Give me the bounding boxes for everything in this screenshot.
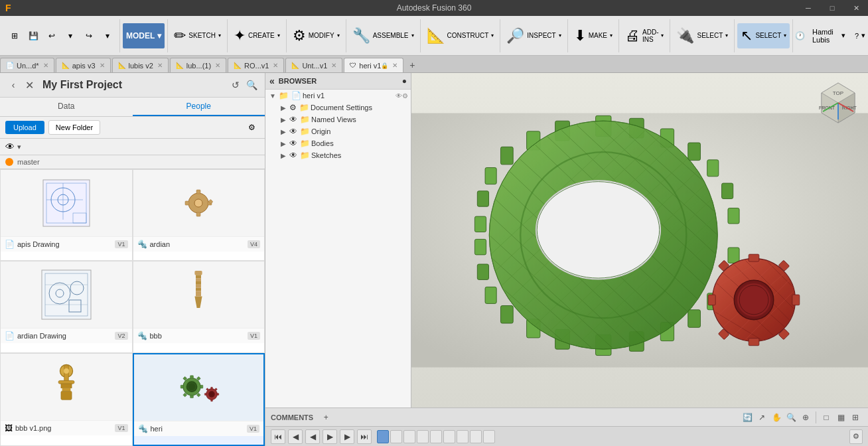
insert-button[interactable]: ⬇ MAKE ▾	[571, 23, 616, 48]
grid-button[interactable]: ⊞	[848, 410, 863, 425]
timeline-slot-3[interactable]	[403, 430, 415, 443]
sketch-button[interactable]: ✏ SKETCH ▾	[171, 23, 224, 48]
panel-back-button[interactable]: ‹	[5, 77, 21, 93]
tree-root[interactable]: ▼ 📁 📄 heri v1 👁 ⚙	[265, 90, 411, 102]
user-menu-button[interactable]: Hamdi Lubis ▾	[809, 23, 849, 48]
browser-collapse-button[interactable]: «	[269, 76, 275, 86]
tab-lub-1[interactable]: 📐 lub...(1) ✕	[170, 58, 226, 72]
sketch-arrow[interactable]: ▾	[218, 33, 221, 38]
file-item-bbb-png[interactable]: 🖼 bbb v1.png V1	[0, 353, 133, 446]
browser-expand-button[interactable]: ●	[402, 76, 407, 86]
construct-arrow[interactable]: ▾	[491, 33, 494, 38]
file-item-apis-drawing[interactable]: 📄 apis Drawing V1	[0, 169, 133, 261]
history-button[interactable]: 🕐	[793, 27, 806, 45]
tab-close-lubis-v2[interactable]: ✕	[157, 62, 163, 69]
grid-view-button[interactable]: ⊞	[5, 27, 24, 45]
tree-doc-settings[interactable]: ▶ ⚙ 📁 Document Settings	[265, 102, 411, 113]
create-button[interactable]: ✦ CREATE ▾	[230, 23, 283, 48]
pan-button[interactable]: ✋	[769, 410, 784, 425]
tab-close-apis[interactable]: ✕	[100, 62, 105, 69]
timeline-slot-6[interactable]	[443, 430, 455, 443]
assemble-arrow[interactable]: ▾	[411, 33, 414, 38]
tab-close-ro[interactable]: ✕	[273, 62, 278, 69]
create-arrow[interactable]: ▾	[277, 33, 280, 38]
select-button[interactable]: ↖ SELECT ▾	[737, 23, 790, 48]
tree-sketches[interactable]: ▶ 👁 📁 Sketches	[265, 149, 411, 161]
timeline-end-button[interactable]: ⏭	[357, 429, 372, 444]
inspect-arrow[interactable]: ▾	[559, 33, 561, 38]
tab-heri-v1[interactable]: 🛡 heri v1 🔒 ✕	[344, 58, 403, 72]
timeline-slot-5[interactable]	[430, 430, 442, 443]
timeline-play-back-button[interactable]: ◀	[305, 429, 320, 444]
help-button[interactable]: ? ▾	[851, 23, 868, 48]
tab-lubis-v2[interactable]: 📐 lubis v2 ✕	[112, 58, 169, 72]
visual-style-button[interactable]: ▦	[833, 410, 848, 425]
new-folder-button[interactable]: New Folder	[48, 120, 100, 135]
redo-button[interactable]: ↪	[80, 27, 98, 45]
modify-button[interactable]: ⚙ MODIFY ▾	[289, 23, 343, 48]
add-comment-button[interactable]: +	[319, 410, 333, 425]
panel-close-button[interactable]: ✕	[21, 77, 37, 93]
insert-arrow[interactable]: ▾	[610, 33, 613, 38]
timeline-slot-2[interactable]	[390, 430, 402, 443]
timeline-next-button[interactable]: ▶	[340, 429, 354, 444]
timeline-start-button[interactable]: ⏮	[271, 429, 285, 444]
tab-close-lub-1[interactable]: ✕	[215, 62, 220, 69]
tab-un-d[interactable]: 📄 Un...d* ✕	[0, 58, 54, 72]
tab-close-unt[interactable]: ✕	[331, 62, 336, 69]
file-item-heri[interactable]: 🔩 heri V1	[133, 353, 265, 446]
addins-arrow[interactable]: ▾	[725, 33, 728, 38]
tree-root-eye-icon[interactable]: 👁	[396, 92, 402, 100]
tree-named-views[interactable]: ▶ 👁 📁 Named Views	[265, 113, 411, 125]
display-mode-button[interactable]: □	[819, 410, 833, 425]
save-button[interactable]: 💾	[24, 27, 42, 45]
tab-close-heri[interactable]: ✕	[392, 62, 398, 69]
undo-dropdown[interactable]: ▾	[61, 27, 80, 45]
file-item-ardian[interactable]: 🔩 ardian V4	[133, 169, 265, 261]
tab-apis-v3[interactable]: 📐 apis v3 ✕	[56, 58, 111, 72]
orbit-button[interactable]: 🔄	[740, 410, 755, 425]
tab-data[interactable]: Data	[0, 98, 133, 116]
timeline-slot-9[interactable]	[483, 430, 495, 443]
look-at-button[interactable]: ↗	[755, 410, 769, 425]
timeline-slot-8[interactable]	[470, 430, 482, 443]
timeline-settings-button[interactable]: ⚙	[849, 429, 863, 444]
construct-button[interactable]: 📐 CONSTRUCT ▾	[423, 23, 498, 48]
maximize-button[interactable]: □	[820, 0, 844, 16]
zoom-button[interactable]: 🔍	[784, 410, 798, 425]
tab-unt-v1[interactable]: 📐 Unt...v1 ✕	[285, 58, 342, 72]
filter-eye-button[interactable]: 👁	[5, 141, 15, 152]
assemble-button[interactable]: 🔧 ASSEMBLE ▾	[349, 23, 417, 48]
zoom-fit-button[interactable]: ⊕	[798, 410, 813, 425]
tab-add-button[interactable]: +	[405, 58, 419, 72]
timeline-play-button[interactable]: ▶	[323, 429, 337, 444]
close-button[interactable]: ✕	[844, 0, 868, 16]
make-arrow[interactable]: ▾	[661, 33, 664, 38]
timeline-slot-7[interactable]	[457, 430, 469, 443]
tab-people[interactable]: People	[133, 98, 265, 116]
tab-close-un-d[interactable]: ✕	[43, 62, 48, 69]
filter-dropdown-button[interactable]: ▾	[17, 143, 21, 151]
timeline-slot-1[interactable]	[377, 430, 389, 443]
minimize-button[interactable]: ─	[796, 0, 820, 16]
upload-button[interactable]: Upload	[5, 121, 44, 134]
make-button[interactable]: 🖨 ADD-INS ▾	[622, 23, 667, 48]
undo-button[interactable]: ↩	[42, 27, 61, 45]
modify-arrow[interactable]: ▾	[337, 33, 340, 38]
timeline-slot-4[interactable]	[417, 430, 429, 443]
addins-button[interactable]: 🔌 SELECT ▾	[673, 23, 731, 48]
tab-ro-v1[interactable]: 📐 RO...v1 ✕	[228, 58, 284, 72]
timeline-prev-button[interactable]: ◀	[288, 429, 303, 444]
model-mode-button[interactable]: MODEL ▾	[123, 23, 165, 48]
viewcube[interactable]: TOP RIGHT FRONT	[815, 80, 861, 126]
redo-dropdown[interactable]: ▾	[98, 27, 117, 45]
inspect-button[interactable]: 🔎 INSPECT ▾	[503, 23, 564, 48]
file-item-ardian-drawing[interactable]: 📄 ardian Drawing V2	[0, 261, 133, 352]
tree-origin[interactable]: ▶ 👁 📁 Origin	[265, 125, 411, 137]
panel-settings-button[interactable]: ⚙	[244, 119, 259, 135]
tree-root-settings-icon[interactable]: ⚙	[402, 92, 408, 100]
panel-refresh-button[interactable]: ↺	[228, 77, 244, 93]
tree-bodies[interactable]: ▶ 👁 📁 Bodies	[265, 137, 411, 149]
file-item-bbb[interactable]: 🔩 bbb V1	[133, 261, 265, 352]
select-arrow[interactable]: ▾	[784, 33, 786, 38]
